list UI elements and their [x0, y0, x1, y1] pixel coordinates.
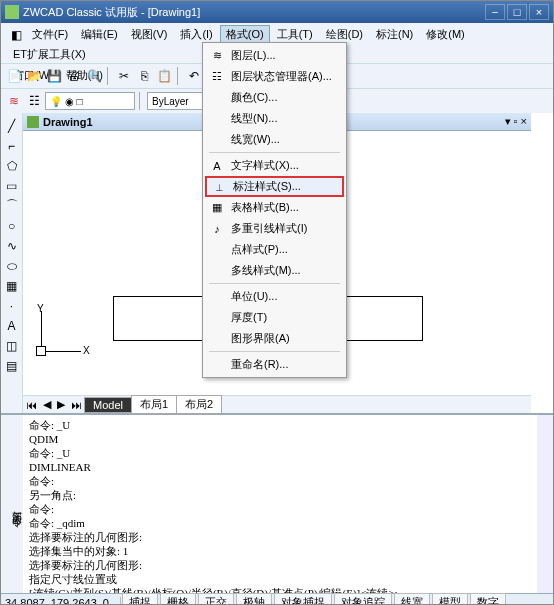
- format-menu-item[interactable]: ▦表格样式(B)...: [205, 197, 344, 218]
- menu-item-icon: [209, 357, 225, 373]
- layer-combo[interactable]: 💡 ◉ □: [45, 92, 135, 110]
- tab-first-icon[interactable]: ⏮: [23, 399, 40, 411]
- menu-item-icon: ▦: [209, 200, 225, 216]
- menu-item-icon: ⟂: [211, 179, 227, 195]
- open-icon[interactable]: 📂: [25, 67, 43, 85]
- app-icon: ◧: [7, 26, 25, 44]
- format-menu-item[interactable]: 单位(U)...: [205, 286, 344, 307]
- menu-item-label: 重命名(R)...: [231, 357, 288, 372]
- format-menu-item[interactable]: 多线样式(M)...: [205, 260, 344, 281]
- menu-item-label: 文字样式(X)...: [231, 158, 299, 173]
- new-icon[interactable]: 📄: [5, 67, 23, 85]
- axis-x-label: X: [83, 345, 90, 356]
- format-menu-item[interactable]: 线宽(W)...: [205, 129, 344, 150]
- paste-icon[interactable]: 📋: [155, 67, 173, 85]
- format-menu-item[interactable]: 点样式(P)...: [205, 239, 344, 260]
- polar-toggle[interactable]: 极轴: [236, 593, 272, 605]
- axis-y-label: Y: [37, 303, 44, 314]
- menu-item-label: 线型(N)...: [231, 111, 277, 126]
- minimize-button[interactable]: −: [485, 4, 505, 20]
- circle-icon[interactable]: ○: [3, 217, 21, 234]
- arc-icon[interactable]: ⌒: [3, 197, 21, 214]
- model-toggle[interactable]: 模型: [432, 593, 468, 605]
- menu-item-icon: [209, 263, 225, 279]
- menu-view[interactable]: 视图(V): [125, 25, 174, 44]
- copy-icon[interactable]: ⎘: [135, 67, 153, 85]
- menu-item-icon: ♪: [209, 221, 225, 237]
- model-tabs: ⏮ ◀ ▶ ⏭ Model 布局1 布局2: [23, 395, 531, 413]
- format-menu-item[interactable]: 颜色(C)...: [205, 87, 344, 108]
- format-menu-item[interactable]: ☷图层状态管理器(A)...: [205, 66, 344, 87]
- command-text[interactable]: 命令: _U QDIM 命令: _U DIMLINEAR 命令: 另一角点: 命…: [23, 415, 537, 593]
- rect-icon[interactable]: ▭: [3, 177, 21, 194]
- undo-icon[interactable]: ↶: [185, 67, 203, 85]
- format-menu-item[interactable]: 线型(N)...: [205, 108, 344, 129]
- line-icon[interactable]: ╱: [3, 117, 21, 134]
- save-icon[interactable]: 💾: [45, 67, 63, 85]
- table-icon[interactable]: ▤: [3, 357, 21, 374]
- format-menu-item[interactable]: 重命名(R)...: [205, 354, 344, 375]
- menu-item-icon: A: [209, 158, 225, 174]
- otrack-toggle[interactable]: 对象追踪: [334, 593, 392, 605]
- close-button[interactable]: ×: [529, 4, 549, 20]
- lweight-toggle[interactable]: 线宽: [394, 593, 430, 605]
- format-menu-item[interactable]: 厚度(T): [205, 307, 344, 328]
- osnap-toggle[interactable]: 对象捕捉: [274, 593, 332, 605]
- menu-item-icon: [209, 90, 225, 106]
- tab-last-icon[interactable]: ⏭: [68, 399, 85, 411]
- text-icon[interactable]: A: [3, 317, 21, 334]
- tab-layout1[interactable]: 布局1: [131, 395, 177, 414]
- tab-model[interactable]: Model: [84, 397, 132, 413]
- format-dropdown: ≋图层(L)...☷图层状态管理器(A)...颜色(C)...线型(N)...线…: [202, 42, 347, 378]
- cmd-scrollbar[interactable]: [537, 415, 553, 593]
- numlock-toggle[interactable]: 数字: [470, 593, 506, 605]
- cut-icon[interactable]: ✂: [115, 67, 133, 85]
- menu-item-icon: ≋: [209, 48, 225, 64]
- menu-modify[interactable]: 修改(M): [420, 25, 471, 44]
- menu-item-icon: [209, 289, 225, 305]
- menu-dim[interactable]: 标注(N): [370, 25, 419, 44]
- menu-separator: [209, 351, 340, 352]
- pline-icon[interactable]: ⌐: [3, 137, 21, 154]
- ellipse-icon[interactable]: ⬭: [3, 257, 21, 274]
- point-icon[interactable]: ·: [3, 297, 21, 314]
- app-logo: [5, 5, 19, 19]
- tab-layout2[interactable]: 布局2: [176, 395, 222, 414]
- polygon-icon[interactable]: ⬠: [3, 157, 21, 174]
- menu-et[interactable]: ET扩展工具(X): [7, 45, 92, 64]
- tab-prev-icon[interactable]: ◀: [40, 398, 54, 411]
- hatch-icon[interactable]: ▦: [3, 277, 21, 294]
- format-menu-item[interactable]: ♪多重引线样式(I): [205, 218, 344, 239]
- block-icon[interactable]: ◫: [3, 337, 21, 354]
- menu-item-label: 多重引线样式(I): [231, 221, 307, 236]
- print-icon[interactable]: 🖨: [65, 67, 83, 85]
- spline-icon[interactable]: ∿: [3, 237, 21, 254]
- maximize-button[interactable]: □: [507, 4, 527, 20]
- snap-toggle[interactable]: 捕捉: [122, 593, 158, 605]
- menu-item-label: 表格样式(B)...: [231, 200, 299, 215]
- menu-separator: [209, 283, 340, 284]
- title-bar: ZWCAD Classic 试用版 - [Drawing1] − □ ×: [1, 1, 553, 23]
- format-menu-item[interactable]: A文字样式(X)...: [205, 155, 344, 176]
- status-bar: 34.8087, 179.2643, 0 捕捉 栅格 正交 极轴 对象捕捉 对象…: [1, 593, 553, 605]
- grid-toggle[interactable]: 栅格: [160, 593, 196, 605]
- layer-icon[interactable]: ≋: [5, 92, 23, 110]
- layer-state-icon[interactable]: ☷: [25, 92, 43, 110]
- menu-item-label: 标注样式(S)...: [233, 179, 301, 194]
- ortho-toggle[interactable]: 正交: [198, 593, 234, 605]
- toolbar-sep: [107, 67, 111, 85]
- format-menu-item[interactable]: ⟂标注样式(S)...: [205, 176, 344, 197]
- cmd-history-label: 部历命令: [1, 415, 23, 593]
- format-menu-item[interactable]: ≋图层(L)...: [205, 45, 344, 66]
- command-window: 部历命令 命令: _U QDIM 命令: _U DIMLINEAR 命令: 另一…: [1, 413, 553, 593]
- doc-min-icon[interactable]: ▾ ▫ ×: [505, 115, 527, 128]
- preview-icon[interactable]: 🔍: [85, 67, 103, 85]
- menu-file[interactable]: 文件(F): [26, 25, 74, 44]
- doc-title[interactable]: Drawing1: [43, 116, 93, 128]
- tab-next-icon[interactable]: ▶: [54, 398, 68, 411]
- menu-item-label: 厚度(T): [231, 310, 267, 325]
- left-toolbar: ╱ ⌐ ⬠ ▭ ⌒ ○ ∿ ⬭ ▦ · A ◫ ▤: [1, 113, 23, 413]
- format-menu-item[interactable]: 图形界限(A): [205, 328, 344, 349]
- menu-edit[interactable]: 编辑(E): [75, 25, 124, 44]
- doc-icon: [27, 116, 39, 128]
